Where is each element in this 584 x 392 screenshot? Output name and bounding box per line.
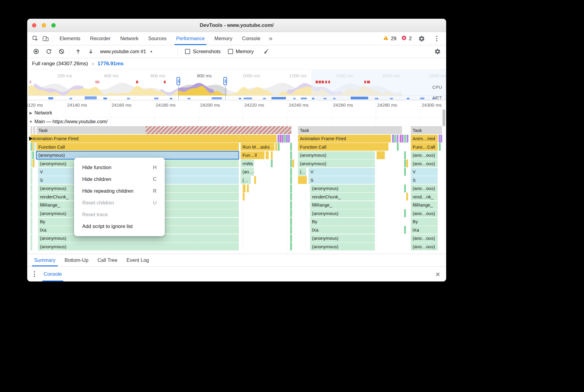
tab-sources[interactable]: Sources: [143, 32, 171, 45]
flame-bar-anonymous[interactable]: (anonymous): [310, 234, 375, 242]
tab-performance[interactable]: Performance: [171, 32, 209, 45]
close-window-button[interactable]: [32, 23, 36, 27]
flame-bar-fragment[interactable]: [284, 135, 286, 143]
flame-bar-fragment[interactable]: [30, 209, 32, 217]
flame-bar-fragment[interactable]: [30, 218, 32, 226]
flame-bar-ano-ous[interactable]: (ano…ous): [410, 234, 438, 242]
reload-and-record-button[interactable]: [44, 47, 53, 56]
profile-select[interactable]: www.youtube.com #1 ▼: [100, 49, 173, 54]
collect-garbage-icon[interactable]: [261, 47, 271, 56]
bottom-tab-summary[interactable]: Summary: [30, 254, 60, 266]
warnings-badge[interactable]: 29: [383, 35, 396, 42]
flame-bar-renderchunk[interactable]: renderChunk_: [310, 193, 375, 201]
flame-bar-fragment[interactable]: [30, 126, 32, 134]
flame-bar-ano-ous[interactable]: (ano…ous): [410, 159, 438, 167]
flame-bar-function-call[interactable]: Function Call: [298, 143, 388, 151]
flame-bar-animation-frame-fired[interactable]: Animation Frame Fired: [298, 135, 391, 143]
minimize-window-button[interactable]: [42, 23, 46, 27]
flame-bar-ano-ous[interactable]: (ano…ous): [410, 209, 438, 217]
flame-bar-fragment[interactable]: [254, 176, 256, 184]
flame-bar-fragment[interactable]: [242, 185, 245, 192]
flame-bar-fragment[interactable]: [404, 151, 406, 159]
load-profile-icon[interactable]: [73, 47, 83, 56]
flame-bar-fragment[interactable]: [290, 159, 292, 167]
flame-bar-v[interactable]: V: [308, 168, 375, 176]
drawer-tab-console[interactable]: Console: [40, 267, 66, 281]
flame-bar-anonymous[interactable]: (anonymous): [298, 159, 375, 167]
screenshots-checkbox[interactable]: [185, 49, 190, 54]
zoom-window-button[interactable]: [51, 23, 56, 27]
flame-bar-fragment[interactable]: [30, 234, 32, 242]
flame-bar-bar[interactable]: (…: [240, 176, 251, 184]
memory-checkbox[interactable]: [228, 49, 233, 54]
inspect-element-icon[interactable]: [30, 34, 41, 44]
flame-bar-by[interactable]: By: [310, 218, 375, 226]
bottom-tab-bottom-up[interactable]: Bottom-Up: [60, 254, 93, 266]
tab-memory[interactable]: Memory: [209, 32, 237, 45]
context-menu-item-hide-function[interactable]: Hide functionH: [74, 162, 165, 173]
flame-bar-fillrange[interactable]: fillRange_: [310, 201, 375, 209]
flame-bar-fragment[interactable]: [290, 168, 292, 176]
flame-bar-fragment[interactable]: [399, 135, 401, 143]
flame-bar-animation-frame-fired[interactable]: Animation Frame Fired: [30, 135, 277, 143]
bottom-tab-call-tree[interactable]: Call Tree: [93, 254, 122, 266]
device-toolbar-icon[interactable]: [41, 34, 51, 44]
settings-gear-icon[interactable]: [417, 34, 427, 44]
flame-bar-fragment[interactable]: [406, 135, 408, 143]
flame-bar-mwa[interactable]: mWa: [240, 159, 254, 167]
flame-bar-fragment[interactable]: [30, 226, 32, 234]
flame-bar-fragment[interactable]: [396, 135, 398, 143]
flame-bar-fragment[interactable]: [30, 243, 32, 250]
flame-bar-s[interactable]: S: [410, 176, 438, 184]
flame-bar-fragment[interactable]: [406, 159, 408, 167]
tab-recorder[interactable]: Recorder: [85, 32, 115, 45]
flame-bar-fragment[interactable]: [290, 151, 292, 159]
flame-bar-function-call[interactable]: Function Call: [36, 143, 239, 151]
flame-bar-anonymous[interactable]: (anonymous): [38, 243, 239, 250]
errors-badge[interactable]: 2: [401, 35, 412, 42]
flame-bar-ano-ous[interactable]: (ano…ous): [410, 185, 438, 192]
flame-bar-fragment[interactable]: [271, 159, 273, 167]
disclosure-collapsed-icon[interactable]: ▶: [27, 111, 34, 115]
flame-bar-fragment[interactable]: [275, 143, 277, 151]
context-menu-item-add-script-to-ignore-list[interactable]: Add script to ignore list: [74, 220, 165, 232]
more-tabs-button[interactable]: »: [265, 32, 276, 45]
flame-bar-fragment[interactable]: [290, 234, 292, 242]
flame-bar-fragment[interactable]: [247, 185, 249, 192]
flame-bar-an-s[interactable]: (an…s): [240, 168, 254, 176]
flame-bar-bar[interactable]: (…: [298, 168, 306, 176]
flame-bar-task[interactable]: Task: [298, 126, 402, 134]
flame-bar-by[interactable]: By: [410, 218, 438, 226]
flame-bar-anonymous[interactable]: (anonymous): [310, 185, 375, 192]
flame-bar-fragment[interactable]: [30, 176, 32, 184]
bottom-tab-event-log[interactable]: Event Log: [122, 254, 153, 266]
record-button[interactable]: [31, 47, 41, 56]
timeline-overview[interactable]: 200 ms400 ms600 ms800 ms1000 ms1200 ms14…: [27, 69, 446, 100]
flame-bar-fragment[interactable]: [404, 226, 406, 234]
flame-bar-lxa[interactable]: lXa: [310, 226, 375, 234]
flame-bar-fragment[interactable]: [290, 209, 292, 217]
flame-bar-fragment[interactable]: [290, 218, 292, 226]
flame-bar-lxa[interactable]: lXa: [410, 226, 438, 234]
flame-bar-fragment[interactable]: [286, 135, 288, 143]
selection-handle-left[interactable]: [177, 77, 180, 85]
tab-network[interactable]: Network: [115, 32, 144, 45]
flame-bar-func-call[interactable]: Func…Call: [410, 143, 438, 151]
disclosure-expanded-icon[interactable]: ▼: [27, 120, 34, 124]
flame-bar-fragment[interactable]: [401, 135, 404, 143]
flame-bar-run-m-asks[interactable]: Run M…asks: [240, 143, 274, 151]
flame-bar-fillrange[interactable]: fillRange_: [410, 201, 438, 209]
save-profile-icon[interactable]: [86, 47, 95, 56]
flame-bar-fragment[interactable]: [242, 193, 245, 201]
flame-bar-fragment[interactable]: [288, 135, 290, 143]
flame-bar-fragment[interactable]: [290, 226, 292, 234]
context-menu-item-hide-children[interactable]: Hide childrenC: [74, 173, 165, 185]
flame-bar-fragment[interactable]: [290, 243, 292, 250]
kebab-menu-icon[interactable]: [432, 34, 442, 44]
flame-bar-fragment[interactable]: [271, 151, 273, 159]
flame-bar-fragment[interactable]: [265, 151, 269, 159]
flame-bar-fragment[interactable]: [281, 135, 284, 143]
flame-bar-fragment[interactable]: [406, 193, 408, 201]
flame-bar-fragment[interactable]: [394, 135, 396, 143]
flame-bar-fragment[interactable]: [397, 143, 399, 151]
